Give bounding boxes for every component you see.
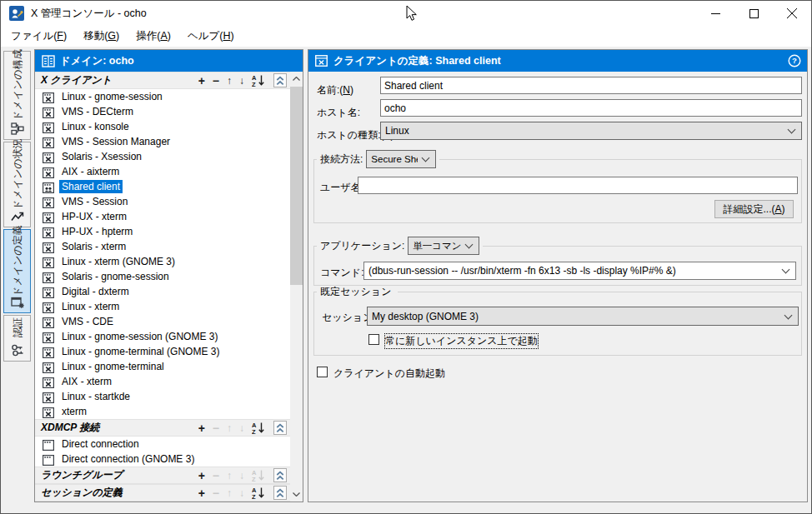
list-item[interactable]: VMS - Session <box>35 194 290 209</box>
sidebar-tab-label: ドメインの定義 <box>10 225 24 296</box>
help-icon[interactable]: ? <box>788 54 801 67</box>
hostname-input[interactable] <box>380 99 802 117</box>
add-button[interactable]: + <box>198 470 205 482</box>
up-button[interactable]: ↑ <box>227 487 232 499</box>
window-title: X 管理コンソール - ocho <box>31 1 147 26</box>
list-item[interactable]: Linux - gnome-terminal <box>35 359 290 374</box>
domain-list-scrollbar[interactable] <box>290 72 303 502</box>
up-button[interactable]: ↑ <box>227 470 232 482</box>
section-header: ラウンチグループ+−↑↓AZ <box>35 467 290 484</box>
definition-window-icon <box>10 295 24 309</box>
scroll-down-arrow[interactable] <box>290 487 303 502</box>
domain-panel-title: ドメイン: ocho <box>60 54 134 68</box>
remove-button[interactable]: − <box>213 470 219 482</box>
command-combobox[interactable]: (dbus-run-session -- /usr/bin/xterm -fn … <box>363 262 796 280</box>
sidebar-tab[interactable]: ドメインの状況 <box>3 142 31 227</box>
list-item[interactable]: xterm <box>35 404 290 419</box>
application-label: アプリケーション: <box>320 239 404 253</box>
scroll-up-arrow[interactable] <box>290 72 303 86</box>
sidebar-tab[interactable]: 認証 <box>3 315 31 362</box>
session-select[interactable]: My desktop (GNOME 3) <box>367 307 799 326</box>
list-item[interactable]: VMS - DECterm <box>35 104 290 119</box>
section-header: XDMCP 接続+−↑↓AZ <box>35 419 290 437</box>
list-item[interactable]: Linux - gnome-session (GNOME 3) <box>35 329 290 344</box>
connection-method-select[interactable]: Secure Shell <box>366 150 436 168</box>
down-button[interactable]: ↓ <box>239 422 244 434</box>
xdmcp-window-icon <box>43 454 54 465</box>
list-item[interactable]: VMS - CDE <box>35 314 290 329</box>
domain-panel: ドメイン: ocho X クライアント+−↑↓AZLinux - gnome-s… <box>34 49 303 502</box>
menu-item[interactable]: 移動(G) <box>75 26 128 47</box>
list-item[interactable]: Direct connection (GNOME 3) <box>35 452 290 467</box>
app-window: X 管理コンソール - ocho ファイル(F)移動(G)操作(A)ヘルプ(H)… <box>0 0 812 514</box>
name-input[interactable] <box>380 77 802 94</box>
default-session-title: 既定セッション <box>320 285 391 299</box>
chevron-down-icon <box>784 311 793 319</box>
close-button[interactable] <box>773 1 811 26</box>
command-label: コマンド: <box>320 266 363 280</box>
list-item[interactable]: Linux - konsole <box>35 119 290 134</box>
application-type-select[interactable]: 単一コマンド <box>408 237 479 255</box>
list-item[interactable]: Linux - gnome-session <box>35 89 290 104</box>
list-item-label: AIX - aixterm <box>59 165 122 178</box>
remove-button[interactable]: − <box>213 75 219 87</box>
list-item-label: Linux - gnome-session (GNOME 3) <box>59 330 220 343</box>
add-button[interactable]: + <box>198 422 205 434</box>
client-autostart-checkbox[interactable] <box>317 367 328 377</box>
menu-bar: ファイル(F)移動(G)操作(A)ヘルプ(H) <box>1 26 811 47</box>
menu-item[interactable]: ヘルプ(H) <box>179 26 243 47</box>
down-button[interactable]: ↓ <box>239 487 244 499</box>
maximize-icon <box>749 9 759 18</box>
list-item-label: HP-UX - hpterm <box>59 225 135 238</box>
list-item[interactable]: Linux - xterm (GNOME 3) <box>35 254 290 269</box>
list-item-label: Linux - gnome-session <box>59 90 165 103</box>
chevron-down-icon <box>782 266 790 274</box>
up-button[interactable]: ↑ <box>227 75 232 87</box>
list-item[interactable]: HP-UX - hpterm <box>35 224 290 239</box>
list-item[interactable]: Shared client <box>35 179 290 194</box>
list-item-label: Digital - dxterm <box>59 285 132 298</box>
collapse-button[interactable] <box>273 486 287 500</box>
remove-button[interactable]: − <box>213 422 219 434</box>
list-item[interactable]: Linux - startkde <box>35 389 290 404</box>
sort-az-icon[interactable]: AZ <box>252 487 266 499</box>
sidebar-tab[interactable]: ドメインの構成 <box>3 51 31 140</box>
domain-list: X クライアント+−↑↓AZLinux - gnome-sessionVMS -… <box>35 72 290 502</box>
collapse-button[interactable] <box>273 73 287 87</box>
up-button[interactable]: ↑ <box>227 422 232 434</box>
sort-az-icon[interactable]: AZ <box>252 74 266 87</box>
maximize-button[interactable] <box>734 1 773 26</box>
advanced-settings-button[interactable]: 詳細設定...(A) <box>714 200 794 218</box>
list-item[interactable]: Linux - xterm <box>35 299 290 314</box>
add-button[interactable]: + <box>198 487 205 499</box>
always-new-instance-checkbox[interactable] <box>368 334 379 345</box>
host-type-select[interactable]: Linux <box>380 122 802 140</box>
sort-az-icon[interactable]: AZ <box>252 422 266 434</box>
list-item[interactable]: Linux - gnome-terminal (GNOME 3) <box>35 344 290 359</box>
list-item-label: VMS - Session Manager <box>59 135 173 148</box>
collapse-button[interactable] <box>273 421 287 435</box>
username-input[interactable] <box>358 177 798 194</box>
list-item[interactable]: Solaris - Xsession <box>35 149 290 164</box>
down-button[interactable]: ↓ <box>239 470 244 482</box>
application-legend: アプリケーション: 単一コマンド <box>317 237 483 255</box>
menu-item[interactable]: ファイル(F) <box>3 26 75 47</box>
scrollbar-thumb[interactable] <box>290 87 303 285</box>
down-button[interactable]: ↓ <box>239 75 244 87</box>
list-item[interactable]: Solaris - gnome-session <box>35 269 290 284</box>
list-item[interactable]: Solaris - xterm <box>35 239 290 254</box>
list-item[interactable]: Direct connection <box>35 437 290 452</box>
collapse-button[interactable] <box>273 468 287 482</box>
sort-az-icon[interactable]: AZ <box>252 469 266 482</box>
sidebar-tab[interactable]: ドメインの定義 <box>3 229 31 313</box>
minimize-button[interactable] <box>696 1 734 26</box>
list-item[interactable]: VMS - Session Manager <box>35 134 290 149</box>
list-item[interactable]: Digital - dxterm <box>35 284 290 299</box>
remove-button[interactable]: − <box>213 487 219 499</box>
list-item[interactable]: HP-UX - xterm <box>35 209 290 224</box>
menu-item[interactable]: 操作(A) <box>128 26 179 47</box>
list-item[interactable]: AIX - aixterm <box>35 164 290 179</box>
add-button[interactable]: + <box>198 75 205 87</box>
list-item[interactable]: AIX - xterm <box>35 374 290 389</box>
xdmcp-window-icon <box>43 439 54 450</box>
